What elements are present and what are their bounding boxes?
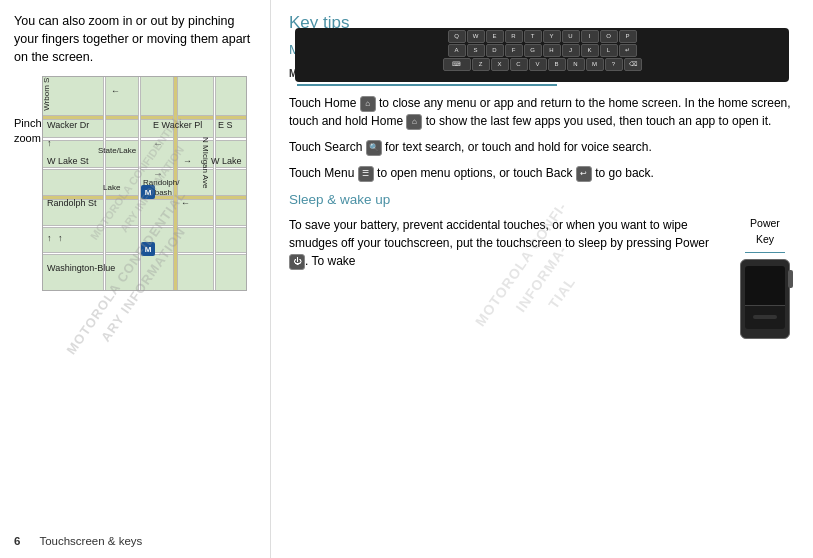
para-menu: Touch Menu ☰ to open menu options, or to…: [289, 164, 795, 182]
key-t: T: [524, 30, 542, 43]
key-j: J: [562, 44, 580, 57]
key-v: V: [529, 58, 547, 71]
key-b: B: [548, 58, 566, 71]
metro-icon: M: [141, 185, 155, 199]
key-o: O: [600, 30, 618, 43]
key-r: R: [505, 30, 523, 43]
right-body: Touch Home ⌂ to close any menu or app an…: [289, 94, 795, 339]
key-g: G: [524, 44, 542, 57]
key-enter: ↵: [619, 44, 637, 57]
connector-line: [297, 84, 557, 86]
sleep-text: To save your battery, prevent accidental…: [289, 216, 725, 270]
key-m: M: [586, 58, 604, 71]
key-f: F: [505, 44, 523, 57]
key-i: I: [581, 30, 599, 43]
keyboard-row-3: ⌨ Z X C V B N M ? ⌫: [298, 58, 786, 71]
subsection-sleep-wake: Sleep & wake up: [289, 190, 795, 210]
key-e: E: [486, 30, 504, 43]
right-panel: Key tips Menu, home, & back Menu Key ☰ H…: [270, 0, 813, 558]
para-home: Touch Home ⌂ to close any menu or app an…: [289, 94, 795, 130]
para-search: Touch Search 🔍 for text search, or touch…: [289, 138, 795, 156]
page-footer: 6 Touchscreen & keys: [14, 533, 142, 550]
metro-icon-2: M: [141, 242, 155, 256]
key-diagram-container: Menu Key ☰ Home Key ⌂ ↩ Back Key 🔍 Searc…: [289, 66, 795, 86]
power-key-line: [745, 252, 785, 254]
search-inline-icon: 🔍: [366, 140, 382, 156]
key-sym: ?: [605, 58, 623, 71]
key-s: S: [467, 44, 485, 57]
key-c: C: [510, 58, 528, 71]
back-inline-icon: ↩: [576, 166, 592, 182]
key-q: Q: [448, 30, 466, 43]
key-a: A: [448, 44, 466, 57]
right-text-column: Touch Home ⌂ to close any menu or app an…: [289, 94, 795, 339]
keyboard-diagram: Q W E R T Y U I O P A S D F G H J K L: [295, 28, 789, 82]
map-area: Wrbom St ← Wacker Dr E Wacker Pl E S ↑ S…: [42, 76, 247, 291]
power-key-container: PowerKey: [735, 216, 795, 339]
power-button: [788, 270, 793, 288]
power-key-label: PowerKey: [750, 216, 780, 248]
sleep-section: Sleep & wake up To save your battery, pr…: [289, 190, 795, 339]
key-h: H: [543, 44, 561, 57]
key-d: D: [486, 44, 504, 57]
home-inline-icon: ⌂: [360, 96, 376, 112]
menu-inline-icon: ☰: [358, 166, 374, 182]
power-inline-icon: ⏻: [289, 254, 305, 270]
key-k: K: [581, 44, 599, 57]
key-special-left: ⌨: [443, 58, 471, 71]
home-inline-icon-2: ⌂: [406, 114, 422, 130]
key-z: Z: [472, 58, 490, 71]
sleep-text-wrap: To save your battery, prevent accidental…: [289, 216, 795, 339]
left-panel: You can also zoom in or out by pinching …: [0, 0, 270, 558]
key-p: P: [619, 30, 637, 43]
key-x: X: [491, 58, 509, 71]
key-backspace: ⌫: [624, 58, 642, 71]
key-n: N: [567, 58, 585, 71]
key-y: Y: [543, 30, 561, 43]
keyboard-row-1: Q W E R T Y U I O P: [298, 30, 786, 43]
key-w: W: [467, 30, 485, 43]
power-key-phone: [740, 259, 790, 339]
key-u: U: [562, 30, 580, 43]
intro-text: You can also zoom in or out by pinching …: [14, 12, 256, 66]
key-l: L: [600, 44, 618, 57]
keyboard-row-2: A S D F G H J K L ↵: [298, 44, 786, 57]
